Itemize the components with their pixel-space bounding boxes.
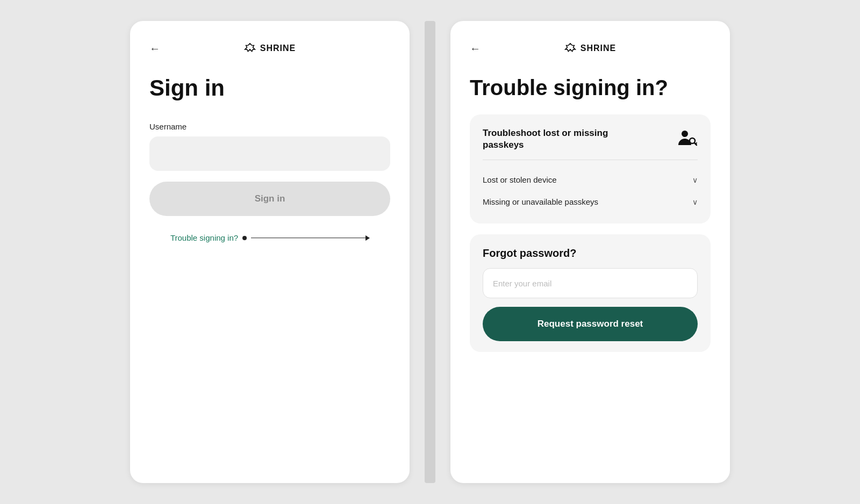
passkey-icon [676, 127, 698, 149]
arrow-line [251, 237, 369, 239]
forgot-password-title: Forgot password? [483, 247, 698, 260]
back-arrow-icon-right: ← [470, 42, 481, 55]
person-key-icon [677, 128, 697, 148]
trouble-row: Trouble signing in? [149, 233, 390, 242]
logo-text-left: SHRINE [260, 44, 296, 53]
passkeys-card-title: Troubleshoot lost or missing passkeys [483, 127, 622, 151]
arrow-dot [242, 236, 247, 240]
signin-button[interactable]: Sign in [149, 182, 390, 216]
back-button-left[interactable]: ← [149, 42, 160, 55]
back-arrow-icon: ← [149, 42, 160, 55]
signin-title: Sign in [149, 76, 390, 100]
logo-left: SHRINE [244, 42, 296, 54]
chevron-down-icon-lost: ∨ [692, 176, 698, 184]
accordion-missing-passkeys-label: Missing or unavailable passkeys [483, 197, 598, 206]
username-label: Username [149, 122, 390, 131]
passkeys-card-header: Troubleshoot lost or missing passkeys [483, 127, 698, 151]
email-input[interactable] [483, 268, 698, 298]
logo-right: SHRINE [564, 42, 616, 54]
back-button-right[interactable]: ← [470, 42, 481, 55]
trouble-link[interactable]: Trouble signing in? [170, 233, 238, 242]
signin-button-label: Sign in [255, 193, 285, 204]
passkeys-card: Troubleshoot lost or missing passkeys [470, 114, 711, 224]
chevron-down-icon-missing: ∨ [692, 198, 698, 206]
trouble-signin-panel: ← SHRINE Trouble signing in? Troubleshoo… [450, 21, 730, 483]
trouble-title: Trouble signing in? [470, 76, 711, 99]
panel-divider [425, 21, 435, 483]
sign-in-panel: ← SHRINE Sign in Username Sign in Troubl… [130, 21, 410, 483]
shrine-logo-icon [244, 42, 256, 54]
svg-point-0 [682, 131, 688, 137]
nav-bar-left: ← SHRINE [149, 42, 390, 54]
nav-bar-right: ← SHRINE [470, 42, 711, 54]
request-reset-button[interactable]: Request password reset [483, 307, 698, 341]
accordion-missing-passkeys[interactable]: Missing or unavailable passkeys ∨ [483, 191, 698, 213]
shrine-logo-icon-right [564, 42, 576, 54]
accordion-lost-device[interactable]: Lost or stolen device ∨ [483, 169, 698, 191]
arrow-line-container [251, 237, 369, 239]
arrow-head-icon [366, 235, 370, 241]
request-reset-button-label: Request password reset [538, 319, 643, 329]
card-divider [483, 160, 698, 160]
accordion-lost-device-label: Lost or stolen device [483, 175, 557, 184]
username-input[interactable] [149, 136, 390, 171]
logo-text-right: SHRINE [580, 44, 616, 53]
forgot-password-card: Forgot password? Request password reset [470, 234, 711, 352]
